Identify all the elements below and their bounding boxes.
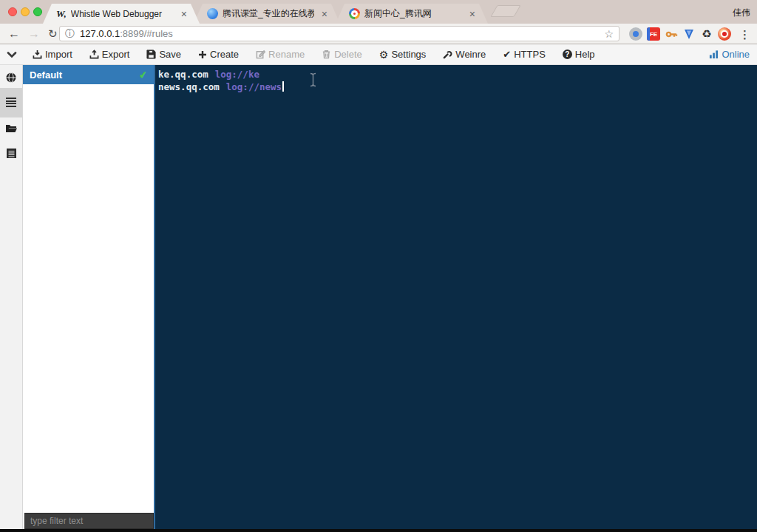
browser-menu-icon[interactable]: ⋮ [739, 28, 750, 41]
new-tab-button[interactable] [490, 5, 520, 17]
tab-strip: W, Whistle Web Debugger × 腾讯课堂_专业的在线教育平台… [0, 0, 757, 24]
settings-button[interactable]: ⚙ Settings [379, 49, 435, 60]
create-label: Create [210, 49, 239, 60]
rule-pattern: news.qq.com [158, 81, 220, 92]
save-button[interactable]: Save [146, 49, 189, 60]
tab-title: 腾讯课堂_专业的在线教育平台( [223, 7, 314, 20]
extension-icons: FE ♻ [629, 27, 731, 41]
check-icon: ✔ [503, 50, 511, 59]
rename-label: Rename [268, 49, 305, 60]
enabled-check-icon: ✔ [138, 69, 148, 81]
fe-helper-extension-icon[interactable]: FE [647, 27, 660, 41]
https-label: HTTPS [514, 49, 546, 60]
online-label: Online [722, 49, 750, 60]
rename-button: Rename [256, 49, 313, 60]
save-label: Save [159, 49, 181, 60]
help-button[interactable]: ? Help [563, 49, 603, 60]
rules-list-panel: Default ✔ [23, 65, 154, 529]
tab-whistle[interactable]: W, Whistle Web Debugger × [43, 4, 200, 24]
close-tab-icon[interactable]: × [322, 9, 327, 19]
key-extension-icon[interactable] [665, 27, 678, 41]
rules-editor[interactable]: ke.qq.comlog://ke news.qq.comlog://news [154, 65, 757, 529]
settings-label: Settings [391, 49, 426, 60]
main-content: Default ✔ ke.qq.comlog://ke news.qq.coml… [0, 65, 757, 529]
values-tab-icon[interactable] [0, 123, 22, 134]
tencent-ke-favicon [207, 8, 218, 19]
tab-tencent-ke[interactable]: 腾讯课堂_专业的在线教育平台( × [194, 4, 340, 24]
url-text[interactable]: 127.0.0.1:8899/#rules [80, 28, 173, 39]
zoom-window-button[interactable] [33, 7, 42, 16]
import-button[interactable]: Import [33, 49, 81, 60]
https-button[interactable]: ✔ HTTPS [503, 49, 554, 60]
tab-title: 新闻中心_腾讯网 [364, 7, 462, 20]
minimize-window-button[interactable] [21, 7, 30, 16]
bottom-black-bar [0, 529, 757, 532]
delete-button: Delete [322, 49, 370, 60]
rule-operation: log://ke [215, 69, 259, 80]
bookmark-star-icon[interactable]: ☆ [604, 29, 614, 39]
weinre-label: Weinre [455, 49, 486, 60]
tencent-news-favicon [349, 8, 360, 19]
help-label: Help [575, 49, 595, 60]
page-info-icon[interactable]: ⓘ [65, 29, 75, 38]
online-status[interactable]: Online [709, 49, 750, 60]
browser-window: W, Whistle Web Debugger × 腾讯课堂_专业的在线教育平台… [0, 0, 757, 532]
rule-item-default[interactable]: Default ✔ [23, 65, 154, 84]
tab-title: Whistle Web Debugger [71, 9, 174, 19]
proxy-extension-icon[interactable] [629, 27, 642, 41]
omnibox[interactable]: ⓘ 127.0.0.1:8899/#rules ☆ [59, 26, 619, 41]
editor-line[interactable]: news.qq.comlog://news [158, 81, 757, 93]
bar-chart-icon [709, 50, 719, 59]
rule-operation: log://news [226, 81, 282, 92]
profile-name[interactable]: 佳伟 [733, 7, 750, 19]
tab-tencent-news[interactable]: 新闻中心_腾讯网 × [336, 4, 488, 24]
whistle-toolbar: Import Export Save Create Rename Delete [0, 44, 757, 65]
create-button[interactable]: Create [198, 49, 247, 60]
recycle-extension-icon[interactable]: ♻ [700, 27, 713, 41]
chevron-down-icon[interactable] [7, 52, 17, 58]
plugins-tab-icon[interactable] [0, 148, 22, 159]
import-label: Import [45, 49, 72, 60]
forward-icon: → [28, 28, 40, 40]
mouse-ibeam-cursor [310, 72, 316, 87]
editor-line[interactable]: ke.qq.comlog://ke [158, 68, 757, 81]
network-tab-icon[interactable] [0, 72, 22, 83]
delete-label: Delete [334, 49, 362, 60]
gear-icon: ⚙ [379, 50, 389, 60]
url-path: :8899/#rules [120, 28, 173, 39]
rules-tab-icon[interactable] [0, 98, 22, 107]
left-icon-strip [0, 65, 23, 529]
help-icon: ? [563, 50, 572, 59]
export-label: Export [102, 49, 130, 60]
close-tab-icon[interactable]: × [181, 9, 187, 19]
rule-pattern: ke.qq.com [158, 69, 208, 80]
v-extension-icon[interactable] [682, 27, 696, 41]
weibo-extension-icon[interactable] [718, 27, 731, 41]
address-bar-row: ← → ↻ ⓘ 127.0.0.1:8899/#rules ☆ FE ♻ ⋮ [0, 24, 757, 44]
close-window-button[interactable] [8, 7, 17, 16]
close-tab-icon[interactable]: × [469, 9, 475, 19]
whistle-logo-icon: W, [56, 8, 67, 19]
rule-name: Default [30, 69, 62, 81]
text-caret [282, 81, 284, 92]
export-button[interactable]: Export [89, 49, 138, 60]
weinre-button[interactable]: Weinre [443, 49, 494, 60]
whistle-menu: Import Export Save Create Rename Delete [33, 49, 612, 60]
back-icon[interactable]: ← [8, 28, 20, 40]
reload-icon[interactable]: ↻ [48, 28, 58, 39]
filter-input[interactable] [24, 513, 154, 529]
url-host: 127.0.0.1 [80, 28, 120, 39]
